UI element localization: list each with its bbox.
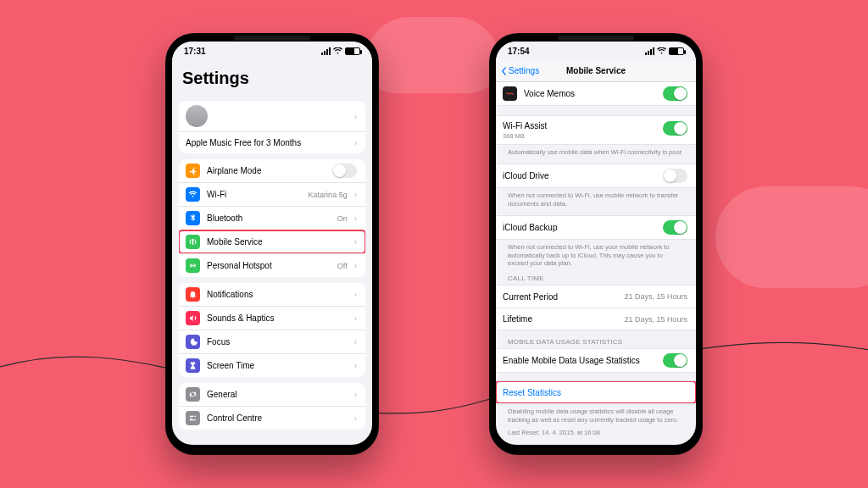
battery-icon xyxy=(345,47,360,55)
chevron-right-icon: › xyxy=(354,313,357,323)
chevron-right-icon: › xyxy=(354,214,357,223)
row-value: Katarina 5g xyxy=(309,191,348,199)
switches-icon xyxy=(186,411,200,425)
connectivity-group: Airplane Mode Wi-Fi Katarina 5g › xyxy=(179,159,365,277)
row-label: Sounds & Haptics xyxy=(207,313,348,323)
back-button[interactable]: Settings xyxy=(501,60,539,81)
nav-title: Mobile Service xyxy=(566,66,626,75)
row-label: Personal Hotspot xyxy=(207,261,331,270)
chevron-right-icon: › xyxy=(354,138,357,147)
chevron-right-icon: › xyxy=(354,261,357,270)
gear-icon xyxy=(186,387,200,402)
phone-mobile-service: 17:54 Settings Mobile Service xyxy=(489,33,703,455)
notifications-row[interactable]: Notifications › xyxy=(179,283,365,306)
cellular-signal-icon xyxy=(645,47,654,55)
apple-id-row[interactable]: › xyxy=(179,101,365,131)
row-label: Voice Memos xyxy=(524,89,656,98)
status-time: 17:31 xyxy=(184,47,206,56)
personal-hotspot-row[interactable]: Personal Hotspot Off › xyxy=(179,253,365,277)
wifi-row[interactable]: Wi-Fi Katarina 5g › xyxy=(179,182,365,206)
wifi-icon xyxy=(333,47,342,54)
row-label: Enable Mobile Data Usage Statistics xyxy=(503,356,656,365)
enable-stats-row[interactable]: Enable Mobile Data Usage Statistics xyxy=(496,349,696,372)
mobile-service-row[interactable]: Mobile Service › xyxy=(179,230,365,253)
disable-stats-footer: Disabling mobile data usage statistics w… xyxy=(496,404,696,424)
chevron-right-icon: › xyxy=(354,112,357,121)
wifi-icon xyxy=(657,47,666,54)
row-label: Wi-Fi Assist xyxy=(503,121,656,130)
status-time: 17:54 xyxy=(508,47,530,56)
row-label: Screen Time xyxy=(207,361,348,370)
row-label: Mobile Service xyxy=(207,237,348,247)
chevron-left-icon xyxy=(501,67,507,75)
row-label: Apple Music Free for 3 Months xyxy=(186,138,348,147)
wifi-assist-row[interactable]: Wi-Fi Assist 368 MB xyxy=(496,116,696,144)
row-label: Reset Statistics xyxy=(503,388,687,397)
stats-header: MOBILE DATA USAGE STATISTICS xyxy=(496,330,696,348)
account-group: › Apple Music Free for 3 Months › xyxy=(179,101,365,153)
reset-statistics-row[interactable]: Reset Statistics xyxy=(496,381,696,403)
bluetooth-row[interactable]: Bluetooth On › xyxy=(179,206,365,230)
status-bar: 17:31 xyxy=(172,42,372,60)
focus-row[interactable]: Focus › xyxy=(179,330,365,353)
row-label: Wi-Fi xyxy=(207,190,302,199)
speaker-icon xyxy=(186,311,200,325)
row-label: Focus xyxy=(207,337,348,347)
moon-icon xyxy=(186,335,200,349)
chevron-right-icon: › xyxy=(354,413,357,423)
row-value: 21 Days, 15 Hours xyxy=(624,315,687,324)
row-label: Lifetime xyxy=(503,314,617,324)
airplane-toggle[interactable] xyxy=(332,164,357,178)
voice-memos-toggle[interactable] xyxy=(663,86,687,101)
sounds-row[interactable]: Sounds & Haptics › xyxy=(179,306,365,330)
wifi-icon xyxy=(186,187,200,202)
row-label: Bluetooth xyxy=(207,214,331,223)
general-group: General › Control Centre › xyxy=(179,383,365,430)
antenna-icon xyxy=(186,235,200,249)
row-label: iCloud Drive xyxy=(503,171,656,180)
current-period-row: Current Period 21 Days, 15 Hours xyxy=(496,286,696,308)
general-row[interactable]: General › xyxy=(179,383,365,406)
nav-bar: Settings Mobile Service xyxy=(496,60,696,82)
battery-icon xyxy=(669,47,684,55)
row-label: Airplane Mode xyxy=(207,166,326,175)
call-time-header: CALL TIME xyxy=(496,267,696,285)
avatar xyxy=(186,105,208,127)
bluetooth-icon xyxy=(186,211,200,225)
alerts-group: Notifications › Sounds & Haptics › Focus… xyxy=(179,283,365,377)
phone-settings: 17:31 Settings › xyxy=(165,33,379,455)
row-label: Notifications xyxy=(207,290,348,299)
status-bar: 17:54 xyxy=(496,42,696,60)
chevron-right-icon: › xyxy=(354,237,357,247)
wifi-assist-toggle[interactable] xyxy=(663,121,687,136)
chevron-right-icon: › xyxy=(354,190,357,199)
row-value: Off xyxy=(337,262,348,270)
row-label: Current Period xyxy=(503,292,617,302)
voice-memos-row[interactable]: Voice Memos xyxy=(496,82,696,105)
screen-time-row[interactable]: Screen Time › xyxy=(179,353,365,377)
last-reset-footer: Last Reset: 14. 4. 2015. at 16:08 xyxy=(496,424,696,436)
row-label: General xyxy=(207,390,348,399)
icloud-drive-toggle[interactable] xyxy=(663,169,687,183)
control-centre-row[interactable]: Control Centre › xyxy=(179,406,365,430)
icloud-drive-row[interactable]: iCloud Drive xyxy=(496,164,696,187)
enable-stats-toggle[interactable] xyxy=(663,353,687,368)
link-icon xyxy=(186,258,200,273)
chevron-right-icon: › xyxy=(354,337,357,347)
icloud-backup-footer: When not connected to Wi-Fi, use your mo… xyxy=(496,240,696,267)
airplane-icon xyxy=(186,164,200,178)
icloud-backup-toggle[interactable] xyxy=(663,220,687,235)
chevron-right-icon: › xyxy=(354,390,357,399)
airplane-mode-row[interactable]: Airplane Mode xyxy=(179,159,365,182)
voice-memos-icon xyxy=(503,86,517,101)
chevron-right-icon: › xyxy=(354,290,357,299)
wifi-assist-footer: Automatically use mobile data when Wi-Fi… xyxy=(496,145,696,156)
page-title: Settings xyxy=(172,60,372,95)
cellular-signal-icon xyxy=(321,47,331,55)
icloud-backup-row[interactable]: iCloud Backup xyxy=(496,216,696,239)
back-label: Settings xyxy=(509,66,539,75)
apple-music-promo-row[interactable]: Apple Music Free for 3 Months › xyxy=(179,131,365,153)
row-label: Control Centre xyxy=(207,413,348,423)
row-label: iCloud Backup xyxy=(503,223,656,232)
row-value: 21 Days, 15 Hours xyxy=(624,292,687,301)
